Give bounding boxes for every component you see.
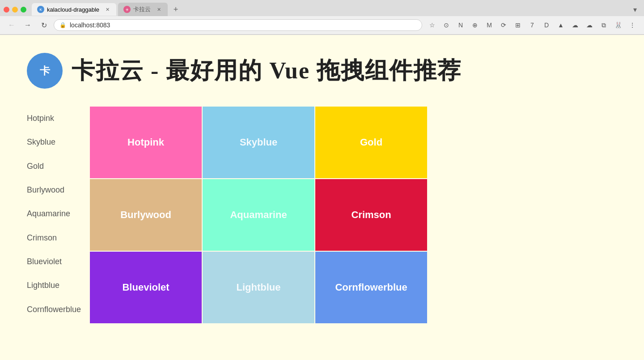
page-header: 卡 卡拉云 - 最好用的 Vue 拖拽组件推荐	[27, 53, 617, 89]
browser-icon-4[interactable]: M	[483, 19, 496, 31]
color-labels-column: Hotpink Skyblue Gold Burlywood Aquamarin…	[27, 107, 81, 321]
color-cell-aquamarine[interactable]: Aquamarine	[203, 179, 314, 251]
minimize-window-button[interactable]	[12, 7, 18, 13]
traffic-lights	[4, 7, 26, 13]
nav-bar: ← → ↻ 🔒 localhost:8083 ☆ ⊙ N ⊕ M ⟳ ⊞ 7 D…	[0, 16, 644, 34]
bookmark-star-icon[interactable]: ☆	[426, 19, 438, 31]
label-lightblue: Lightblue	[27, 274, 81, 297]
profile-icon[interactable]: 🐰	[612, 19, 624, 31]
browser-icon-8[interactable]: D	[540, 19, 553, 31]
tab-kalacloud-draggable[interactable]: K kalacloud-draggable ✕	[32, 3, 116, 16]
maximize-window-button[interactable]	[21, 7, 26, 13]
tab2-close-button[interactable]: ✕	[155, 6, 162, 13]
color-cell-cornflowerblue[interactable]: Cornflowerblue	[315, 252, 427, 323]
close-window-button[interactable]	[4, 7, 9, 13]
label-hotpink: Hotpink	[27, 107, 81, 130]
tab1-favicon: K	[37, 6, 44, 13]
browser-icon-10[interactable]: ☁	[569, 19, 581, 31]
color-cell-skyblue[interactable]: Skyblue	[203, 107, 314, 178]
label-blueviolet: Blueviolet	[27, 250, 81, 274]
back-button[interactable]: ←	[5, 19, 18, 31]
forward-button[interactable]: →	[21, 19, 34, 31]
svg-text:K: K	[39, 8, 42, 11]
color-cell-gold[interactable]: Gold	[315, 107, 427, 178]
label-skyblue: Skyblue	[27, 130, 81, 154]
tab-kala-cloud[interactable]: 卡 卡拉云 ✕	[118, 3, 168, 16]
label-crimson: Crimson	[27, 226, 81, 249]
logo: 卡	[27, 53, 63, 89]
browser-icon-7[interactable]: 7	[526, 19, 538, 31]
browser-icon-2[interactable]: N	[454, 19, 467, 31]
new-tab-button[interactable]: +	[169, 3, 182, 16]
toolbar-icons: ☆ ⊙ N ⊕ M ⟳ ⊞ 7 D ▲ ☁ ☁ ⧉ 🐰 ⋮	[426, 19, 639, 31]
tab2-label: 卡拉云	[133, 5, 151, 13]
menu-icon[interactable]: ⋮	[626, 19, 639, 31]
label-gold: Gold	[27, 154, 81, 178]
svg-text:卡: 卡	[40, 65, 51, 77]
tab1-label: kalacloud-draggable	[47, 6, 99, 13]
color-cell-blueviolet[interactable]: Blueviolet	[90, 252, 202, 323]
tabs-dropdown-button[interactable]: ▾	[630, 4, 640, 16]
label-aquamarine: Aquamarine	[27, 202, 81, 226]
browser-chrome: K kalacloud-draggable ✕ 卡 卡拉云 ✕ + ▾ ← → …	[0, 0, 644, 35]
browser-icon-1[interactable]: ⊙	[440, 19, 453, 31]
label-burlywood: Burlywood	[27, 178, 81, 202]
browser-icon-6[interactable]: ⊞	[512, 19, 524, 31]
color-cell-crimson[interactable]: Crimson	[315, 179, 427, 251]
address-bar[interactable]: 🔒 localhost:8083	[54, 19, 422, 31]
color-cell-hotpink[interactable]: Hotpink	[90, 107, 202, 178]
browser-icon-5[interactable]: ⟳	[497, 19, 510, 31]
browser-icon-9[interactable]: ▲	[555, 19, 567, 31]
tab1-close-button[interactable]: ✕	[104, 6, 111, 13]
svg-text:卡: 卡	[126, 8, 128, 11]
lock-icon: 🔒	[59, 22, 66, 28]
label-cornflowerblue: Cornflowerblue	[27, 297, 81, 321]
color-layout: Hotpink Skyblue Gold Burlywood Aquamarin…	[27, 107, 617, 323]
address-text: localhost:8083	[70, 21, 110, 29]
color-cell-lightblue[interactable]: Lightblue	[203, 252, 314, 323]
extensions-icon[interactable]: ⧉	[597, 19, 610, 31]
browser-icon-11[interactable]: ☁	[583, 19, 596, 31]
tab-bar: K kalacloud-draggable ✕ 卡 卡拉云 ✕ + ▾	[0, 0, 644, 16]
page-content: 卡 卡拉云 - 最好用的 Vue 拖拽组件推荐 Hotpink Skyblue …	[0, 35, 644, 341]
page-title: 卡拉云 - 最好用的 Vue 拖拽组件推荐	[72, 55, 462, 86]
reload-button[interactable]: ↻	[38, 19, 50, 31]
color-grid: HotpinkSkyblueGoldBurlywoodAquamarineCri…	[90, 107, 427, 323]
browser-icon-3[interactable]: ⊕	[469, 19, 481, 31]
color-cell-burlywood[interactable]: Burlywood	[90, 179, 202, 251]
tab2-favicon: 卡	[123, 6, 131, 13]
